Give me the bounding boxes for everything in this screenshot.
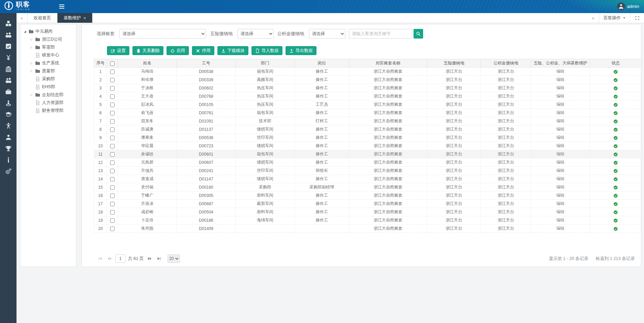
row-checkbox[interactable] bbox=[110, 160, 115, 165]
row-checkbox[interactable] bbox=[110, 78, 115, 82]
rail-item-street-view[interactable] bbox=[0, 97, 17, 109]
prev-page-button[interactable] bbox=[106, 255, 113, 262]
row-checkbox[interactable] bbox=[110, 185, 115, 190]
tab-close-icon[interactable]: ✕ bbox=[83, 16, 86, 20]
rail-item-check-square[interactable] bbox=[0, 41, 17, 52]
edit-link[interactable]: 编辑 bbox=[556, 152, 565, 156]
toolbar-button-导入数据[interactable]: 导入数据 bbox=[251, 46, 282, 55]
tree-node-EHS部[interactable]: EHS部 bbox=[20, 83, 76, 91]
toolbar-button-下载模块[interactable]: 下载模块 bbox=[217, 46, 248, 55]
edit-link[interactable]: 编辑 bbox=[556, 218, 565, 222]
row-checkbox[interactable] bbox=[110, 218, 115, 223]
tree-node-企划信息部[interactable]: ▷企划信息部 bbox=[20, 91, 76, 99]
rail-item-graduation-cap[interactable] bbox=[0, 109, 17, 120]
edit-link[interactable]: 编辑 bbox=[556, 176, 565, 181]
tree-node-浙江D公司[interactable]: ▷浙江D公司 bbox=[20, 35, 76, 43]
row-checkbox[interactable] bbox=[110, 119, 115, 124]
edit-link[interactable]: 编辑 bbox=[556, 94, 565, 98]
rail-item-cogs[interactable] bbox=[0, 166, 17, 177]
toolbar-button-启用[interactable]: 启用 bbox=[167, 46, 189, 55]
toolbar-button-停用[interactable]: 停用 bbox=[192, 46, 214, 55]
row-checkbox[interactable] bbox=[110, 210, 115, 215]
tree-caret-collapsed-icon[interactable]: ▷ bbox=[30, 38, 33, 41]
tree-node-财务管理部[interactable]: 财务管理部 bbox=[20, 107, 76, 115]
rail-item-yen[interactable] bbox=[0, 52, 17, 63]
row-checkbox[interactable] bbox=[110, 202, 115, 206]
user-menu[interactable]: admin bbox=[617, 2, 639, 10]
edit-link[interactable]: 编辑 bbox=[556, 226, 565, 231]
tree-caret-collapsed-icon[interactable]: ▷ bbox=[30, 93, 33, 96]
tab-欢迎首页[interactable]: 欢迎首页 bbox=[28, 13, 57, 23]
edit-link[interactable]: 编辑 bbox=[556, 135, 565, 140]
row-checkbox[interactable] bbox=[110, 227, 115, 231]
tree-caret-collapsed-icon[interactable]: ▷ bbox=[30, 46, 33, 49]
row-checkbox[interactable] bbox=[110, 136, 115, 140]
tree-caret-collapsed-icon[interactable]: ▷ bbox=[30, 62, 33, 65]
row-checkbox[interactable] bbox=[110, 194, 115, 198]
rail-item-cubes[interactable] bbox=[0, 18, 17, 29]
edit-link[interactable]: 编辑 bbox=[556, 160, 565, 165]
edit-link[interactable]: 编辑 bbox=[556, 143, 565, 148]
select-all-checkbox[interactable] bbox=[110, 61, 115, 66]
keyword-search-input[interactable] bbox=[349, 29, 412, 39]
tree-caret-expanded-icon[interactable]: ◢ bbox=[23, 30, 27, 33]
rail-item-info[interactable] bbox=[0, 154, 17, 166]
toolbar-button-导出数据[interactable]: 导出数据 bbox=[286, 46, 316, 55]
page-number-input[interactable] bbox=[115, 254, 126, 263]
tree-node-研发中心[interactable]: 研发中心 bbox=[20, 51, 76, 59]
search-button[interactable] bbox=[414, 29, 423, 39]
next-page-button[interactable] bbox=[146, 255, 153, 262]
edit-link[interactable]: 编辑 bbox=[556, 118, 565, 123]
fullscreen-toggle-button[interactable] bbox=[630, 13, 644, 23]
edit-link[interactable]: 编辑 bbox=[556, 127, 565, 132]
row-checkbox[interactable] bbox=[110, 144, 115, 148]
tree-node-质量部[interactable]: ▷质量部 bbox=[20, 67, 76, 75]
tree-node-中元易尚[interactable]: ◢中元易尚 bbox=[20, 28, 76, 35]
tree-node-生产系统[interactable]: ▷生产系统 bbox=[20, 59, 76, 67]
rail-item-users[interactable] bbox=[0, 75, 17, 86]
edit-link[interactable]: 编辑 bbox=[556, 85, 565, 90]
first-page-button[interactable] bbox=[97, 255, 104, 262]
tree-caret-collapsed-icon[interactable]: ▷ bbox=[30, 70, 33, 73]
toolbar-button-设置[interactable]: 设置 bbox=[107, 46, 129, 55]
tabs-scroll-right-button[interactable]: » bbox=[587, 13, 599, 23]
toolbar-button-label: 关系删除 bbox=[142, 48, 160, 54]
row-checkbox[interactable] bbox=[110, 111, 115, 115]
tree-node-人力资源部[interactable]: 人力资源部 bbox=[20, 99, 76, 107]
tree-node-采购部[interactable]: 采购部 bbox=[20, 75, 76, 83]
rail-item-team[interactable] bbox=[0, 29, 17, 41]
rail-item-briefcase[interactable] bbox=[0, 86, 17, 97]
fund-city-select[interactable]: 请选择 bbox=[309, 29, 345, 39]
toolbar-button-关系删除[interactable]: 关系删除 bbox=[132, 46, 163, 55]
row-checkbox[interactable] bbox=[110, 177, 115, 181]
row-checkbox[interactable] bbox=[110, 70, 115, 74]
rail-item-trophy[interactable] bbox=[0, 143, 17, 154]
row-checkbox[interactable] bbox=[110, 94, 115, 99]
account-select[interactable]: 请选择 bbox=[119, 29, 206, 39]
tab-基数维护[interactable]: 基数维护✕ bbox=[57, 13, 93, 23]
edit-link[interactable]: 编辑 bbox=[556, 77, 565, 82]
edit-link[interactable]: 编辑 bbox=[556, 168, 565, 173]
edit-link[interactable]: 编辑 bbox=[556, 102, 565, 107]
edit-link[interactable]: 编辑 bbox=[556, 110, 565, 115]
last-page-button[interactable] bbox=[155, 255, 162, 262]
sidebar-toggle-button[interactable] bbox=[57, 3, 66, 10]
edit-link[interactable]: 编辑 bbox=[556, 69, 565, 74]
edit-link[interactable]: 编辑 bbox=[556, 185, 565, 189]
row-checkbox[interactable] bbox=[110, 169, 115, 173]
insurance-city-select[interactable]: 请选择 bbox=[237, 29, 274, 39]
row-checkbox[interactable] bbox=[110, 127, 115, 132]
row-checkbox[interactable] bbox=[110, 103, 115, 107]
row-checkbox[interactable] bbox=[110, 86, 115, 91]
rail-item-user[interactable] bbox=[0, 132, 17, 143]
row-checkbox[interactable] bbox=[110, 152, 115, 157]
rail-item-bank[interactable] bbox=[0, 63, 17, 75]
tab-operations-dropdown[interactable]: 页签操作 ▼ bbox=[599, 13, 630, 23]
tree-node-军需部[interactable]: ▷军需部 bbox=[20, 43, 76, 51]
edit-link[interactable]: 编辑 bbox=[556, 201, 565, 206]
edit-link[interactable]: 编辑 bbox=[556, 193, 565, 198]
edit-link[interactable]: 编辑 bbox=[556, 209, 565, 214]
tabs-scroll-left-button[interactable]: « bbox=[17, 13, 28, 23]
rail-item-child[interactable] bbox=[0, 120, 17, 132]
page-size-select[interactable]: 20 bbox=[168, 254, 180, 263]
